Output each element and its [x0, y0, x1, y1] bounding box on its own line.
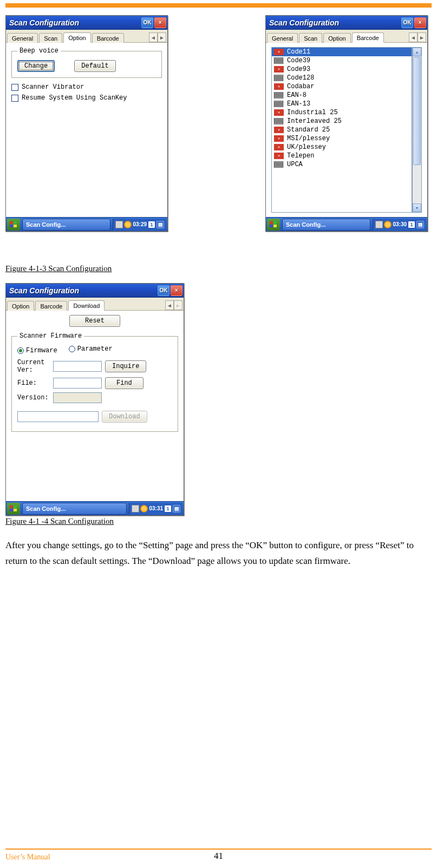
file-label: File: — [17, 379, 50, 387]
start-button[interactable] — [7, 219, 20, 231]
barcode-list-item[interactable]: ✕Standard 25 — [272, 126, 412, 134]
barcode-list-item[interactable]: Interleaved 25 — [272, 117, 412, 126]
desktop-icon[interactable]: ▤ — [173, 505, 180, 512]
network-icon[interactable] — [140, 505, 148, 512]
tab-download[interactable]: Download — [68, 300, 105, 311]
window-title: Scan Configuration — [269, 18, 400, 27]
tab-barcode[interactable]: Barcode — [352, 32, 384, 43]
client-area: ✕Code11Code39✕Code93Code128✕CodabarEAN-8… — [266, 43, 427, 217]
barcode-disabled-icon: ✕ — [274, 135, 284, 142]
sip-button[interactable]: 1 — [164, 505, 172, 512]
ok-button[interactable]: OK — [141, 17, 153, 28]
barcode-item-label: Code11 — [287, 48, 310, 56]
current-ver-input[interactable] — [53, 361, 102, 372]
barcode-list-item[interactable]: EAN-8 — [272, 91, 412, 100]
sip-button[interactable]: 1 — [408, 221, 415, 228]
tab-option[interactable]: Option — [7, 301, 34, 311]
barcode-list-item[interactable]: ✕MSI/plessey — [272, 134, 412, 143]
clock[interactable]: 03:31 — [149, 505, 163, 511]
scroll-thumb[interactable] — [413, 57, 421, 165]
svg-rect-1 — [14, 221, 17, 224]
reset-button[interactable]: Reset — [69, 315, 120, 327]
barcode-list-item[interactable]: ✕Telepen — [272, 152, 412, 160]
vertical-scrollbar[interactable]: ▴ ▾ — [412, 47, 422, 213]
tab-option[interactable]: Option — [323, 33, 350, 43]
barcode-disabled-icon: ✕ — [274, 66, 284, 73]
close-button[interactable]: × — [154, 17, 166, 28]
barcode-list-item[interactable]: UPCA — [272, 160, 412, 169]
beep-voice-group: Beep voice Change Default — [11, 47, 162, 78]
close-button[interactable]: × — [414, 17, 426, 28]
inquire-button[interactable]: Inquire — [105, 360, 146, 372]
resume-scankey-label: Resume System Using ScanKey — [22, 94, 127, 102]
tab-general[interactable]: General — [267, 33, 298, 43]
ok-button[interactable]: OK — [158, 285, 169, 296]
network-icon[interactable] — [124, 221, 132, 228]
tab-scroll-right-button[interactable]: ► — [174, 300, 182, 310]
close-button[interactable]: × — [171, 285, 182, 296]
barcode-list-item[interactable]: EAN-13 — [272, 100, 412, 108]
ok-button[interactable]: OK — [401, 17, 413, 28]
barcode-item-label: Industrial 25 — [287, 109, 338, 116]
tab-barcode[interactable]: Barcode — [35, 301, 67, 311]
tab-scroll-left-button[interactable]: ◄ — [409, 32, 418, 42]
barcode-list-item[interactable]: Code128 — [272, 74, 412, 82]
clock[interactable]: 03:30 — [393, 221, 407, 227]
svg-rect-6 — [270, 225, 273, 227]
taskbar-app-button[interactable]: Scan Config... — [282, 219, 370, 231]
tab-general[interactable]: General — [7, 33, 38, 43]
barcode-list-item[interactable]: ✕Codabar — [272, 82, 412, 91]
tab-scroll-left-button[interactable]: ◄ — [149, 32, 158, 42]
barcode-list-item[interactable]: ✕Industrial 25 — [272, 108, 412, 117]
radio-on-icon — [17, 347, 24, 354]
start-button[interactable] — [7, 503, 20, 515]
tab-scroll-right-button[interactable]: ► — [158, 32, 166, 42]
find-button[interactable]: Find — [105, 377, 144, 389]
tab-scroll-left-button[interactable]: ◄ — [165, 300, 174, 310]
connection-icon[interactable] — [132, 505, 139, 512]
scanner-vibrator-label: Scanner Vibrator — [22, 83, 84, 91]
resume-scankey-checkbox[interactable]: Resume System Using ScanKey — [11, 94, 162, 102]
barcode-list-item[interactable]: ✕UK/plessey — [272, 143, 412, 152]
default-button[interactable]: Default — [74, 60, 115, 72]
tab-barcode[interactable]: Barcode — [92, 33, 124, 43]
desktop-icon[interactable]: ▤ — [416, 221, 424, 228]
clock[interactable]: 03:29 — [133, 221, 147, 227]
tab-scroll-right-button[interactable]: ► — [418, 32, 426, 42]
taskbar-app-button[interactable]: Scan Config... — [22, 503, 127, 515]
titlebar: Scan Configuration OK × — [6, 16, 167, 30]
taskbar: Scan Config... 03:29 1 ▤ — [6, 217, 167, 231]
file-input[interactable] — [53, 378, 102, 389]
barcode-list-item[interactable]: ✕Code11 — [272, 48, 412, 56]
connection-icon[interactable] — [375, 221, 383, 228]
barcode-disabled-icon: ✕ — [274, 127, 284, 133]
barcode-list-item[interactable]: Code39 — [272, 56, 412, 65]
download-button[interactable]: Download — [102, 411, 147, 423]
svg-rect-3 — [14, 225, 17, 227]
scroll-up-button[interactable]: ▴ — [413, 48, 421, 56]
scanner-vibrator-checkbox[interactable]: Scanner Vibrator — [11, 83, 162, 91]
firmware-radio[interactable]: Firmware — [17, 347, 57, 354]
barcode-item-label: Code93 — [287, 65, 310, 73]
parameter-radio[interactable]: Parameter — [69, 345, 113, 353]
tab-scan[interactable]: Scan — [299, 33, 322, 43]
barcode-item-label: Codabar — [287, 83, 314, 90]
footer-manual-label: User’s Manual — [5, 853, 50, 861]
network-icon[interactable] — [384, 221, 392, 228]
barcode-list[interactable]: ✕Code11Code39✕Code93Code128✕CodabarEAN-8… — [271, 47, 412, 213]
start-button[interactable] — [267, 219, 280, 231]
tab-scan[interactable]: Scan — [39, 33, 62, 43]
desktop-icon[interactable]: ▤ — [156, 221, 164, 228]
scroll-down-button[interactable]: ▾ — [413, 203, 421, 212]
svg-rect-2 — [10, 225, 13, 227]
barcode-item-label: EAN-13 — [287, 100, 310, 108]
connection-icon[interactable] — [115, 221, 123, 228]
change-button[interactable]: Change — [17, 60, 55, 72]
download-path-input[interactable] — [17, 411, 99, 422]
taskbar: Scan Config... 03:31 1 ▤ — [6, 501, 184, 515]
tab-option[interactable]: Option — [63, 32, 90, 43]
sip-button[interactable]: 1 — [148, 221, 155, 228]
svg-rect-11 — [14, 509, 17, 511]
taskbar-app-button[interactable]: Scan Config... — [22, 219, 110, 231]
barcode-list-item[interactable]: ✕Code93 — [272, 65, 412, 74]
